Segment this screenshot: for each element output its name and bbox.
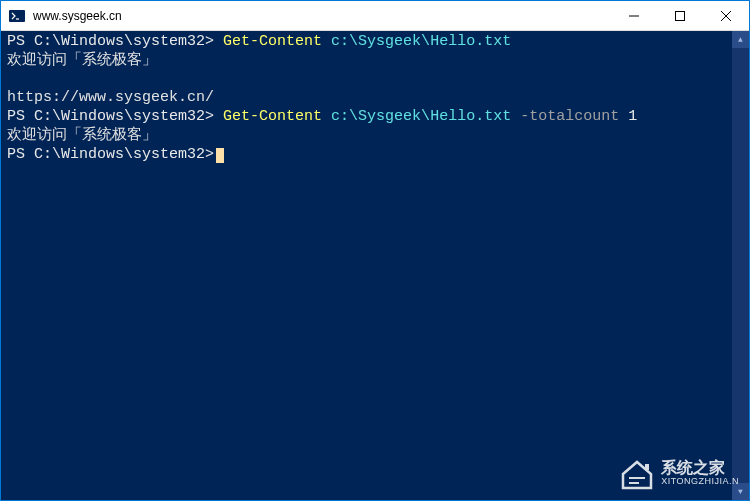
cursor [216, 148, 224, 163]
window-controls [611, 1, 749, 30]
watermark: 系统之家 XITONGZHIJIA.N [619, 458, 739, 490]
svg-rect-3 [676, 11, 685, 20]
watermark-text-block: 系统之家 XITONGZHIJIA.N [661, 460, 739, 487]
output-line [7, 71, 743, 90]
scroll-up-icon[interactable]: ▲ [732, 31, 749, 48]
command-line: PS C:\Windows\system32> [7, 146, 743, 165]
terminal-content: PS C:\Windows\system32> Get-Content c:\S… [7, 33, 743, 164]
scrollbar[interactable]: ▲ ▼ [732, 31, 749, 500]
powershell-window: www.sysgeek.cn PS C:\Windows\system32> G… [0, 0, 750, 501]
command-line: PS C:\Windows\system32> Get-Content c:\S… [7, 33, 743, 52]
minimize-button[interactable] [611, 1, 657, 30]
output-line: https://www.sysgeek.cn/ [7, 89, 743, 108]
maximize-button[interactable] [657, 1, 703, 30]
watermark-title: 系统之家 [661, 460, 739, 476]
output-line: 欢迎访问「系统极客」 [7, 52, 743, 71]
output-line: 欢迎访问「系统极客」 [7, 127, 743, 146]
svg-rect-0 [9, 10, 25, 22]
watermark-url: XITONGZHIJIA.N [661, 476, 739, 487]
close-button[interactable] [703, 1, 749, 30]
house-icon [619, 458, 655, 490]
powershell-icon [9, 8, 25, 24]
terminal-area[interactable]: PS C:\Windows\system32> Get-Content c:\S… [1, 31, 749, 500]
svg-rect-8 [645, 464, 649, 470]
command-line: PS C:\Windows\system32> Get-Content c:\S… [7, 108, 743, 127]
window-title: www.sysgeek.cn [33, 9, 611, 23]
titlebar[interactable]: www.sysgeek.cn [1, 1, 749, 31]
